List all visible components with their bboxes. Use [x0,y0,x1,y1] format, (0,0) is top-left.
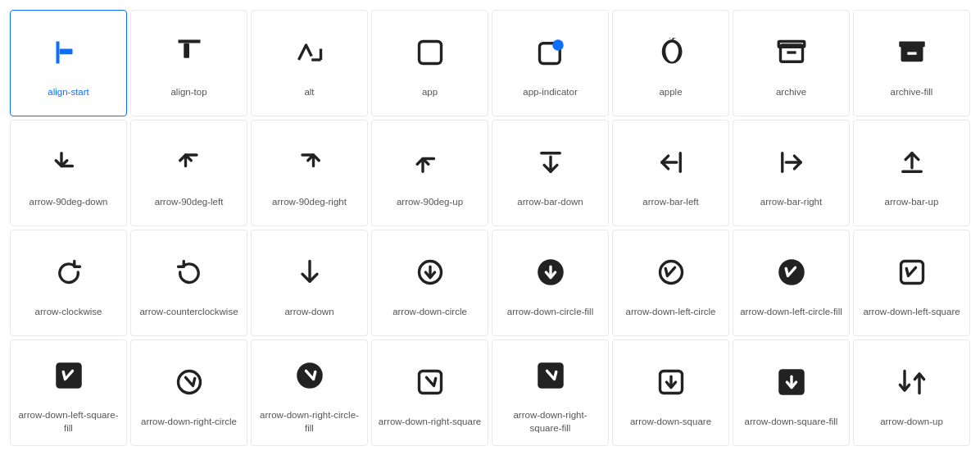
icon-cell-archive-fill[interactable]: archive-fill [853,10,970,116]
icon-label: align-start [48,85,89,98]
icon-label: arrow-down-right-circle-fill [256,408,362,435]
icon-label: arrow-down-right-square-fill [497,408,603,435]
icon-label: arrow-down-right-circle [141,415,237,428]
icon-cell-arrow-down-up[interactable]: arrow-down-up [853,339,970,446]
icon-label: arrow-clockwise [35,305,102,318]
svg-rect-6 [419,41,441,63]
arrow-down-right-circle-icon [165,357,214,407]
icon-cell-arrow-bar-up[interactable]: arrow-bar-up [853,120,970,226]
alt-icon [285,28,334,77]
icon-label: alt [304,85,314,98]
icon-cell-arrow-90deg-up[interactable]: arrow-90deg-up [371,120,488,226]
icon-cell-align-start[interactable]: align-start [10,10,127,116]
icon-label: arrow-down-right-square [379,415,481,428]
icon-cell-arrow-down-right-square-fill[interactable]: arrow-down-right-square-fill [492,339,609,446]
icon-cell-arrow-bar-down[interactable]: arrow-bar-down [492,120,609,226]
svg-rect-3 [184,43,189,58]
icon-label: arrow-bar-right [760,195,822,208]
icon-label: arrow-down [284,305,333,318]
arrow-down-circle-icon [406,248,455,297]
icon-cell-archive[interactable]: archive [733,10,850,116]
icon-label: arrow-bar-up [885,195,939,208]
icon-cell-arrow-down-left-circle[interactable]: arrow-down-left-circle [612,230,729,336]
icon-label: arrow-down-left-circle [626,305,716,318]
icon-grid: align-start align-top alt app [0,0,980,456]
icon-label: arrow-down-circle [392,305,467,318]
arrow-down-left-square-icon [887,248,937,297]
arrow-down-left-square-fill-icon [44,351,93,400]
icon-cell-arrow-down-circle[interactable]: arrow-down-circle [371,230,488,336]
svg-rect-1 [59,48,72,54]
arrow-bar-left-icon [647,138,696,187]
arrow-clockwise-icon [44,248,93,297]
arrow-90deg-right-icon [285,138,334,187]
icon-cell-app-indicator[interactable]: app-indicator [492,10,609,116]
arrow-90deg-left-icon [165,138,214,187]
icon-label: arrow-down-left-square-fill [16,408,121,435]
icon-cell-arrow-down-left-square-fill[interactable]: arrow-down-left-square-fill [10,339,127,446]
icon-cell-arrow-down-right-circle-fill[interactable]: arrow-down-right-circle-fill [251,339,368,446]
icon-label: arrow-bar-left [642,195,698,208]
arrow-90deg-up-icon [406,138,455,187]
icon-label: archive-fill [891,85,933,98]
icon-label: arrow-bar-down [517,195,583,208]
align-start-icon [44,28,93,77]
arrow-down-square-fill-icon [767,357,816,407]
arrow-90deg-down-icon [44,138,93,187]
icon-label: arrow-90deg-up [397,195,463,208]
icon-label: arrow-down-square [630,415,711,428]
arrow-down-square-icon [647,357,696,407]
arrow-down-left-circle-fill-icon [767,248,816,297]
icon-label: arrow-down-up [880,415,943,428]
icon-cell-arrow-down-circle-fill[interactable]: arrow-down-circle-fill [492,230,609,336]
icon-cell-arrow-counterclockwise[interactable]: arrow-counterclockwise [130,230,247,336]
icon-label: archive [776,85,806,98]
archive-icon [767,28,816,77]
icon-label: arrow-down-circle-fill [507,305,593,318]
icon-cell-app[interactable]: app [371,10,488,116]
icon-cell-arrow-down-square-fill[interactable]: arrow-down-square-fill [733,339,850,446]
arrow-down-circle-fill-icon [526,248,575,297]
arrow-down-left-circle-icon [647,248,696,297]
icon-cell-arrow-90deg-down[interactable]: arrow-90deg-down [10,120,127,226]
icon-cell-arrow-bar-left[interactable]: arrow-bar-left [612,120,729,226]
align-top-icon [165,28,214,77]
icon-label: arrow-down-left-square [863,305,960,318]
icon-cell-arrow-bar-right[interactable]: arrow-bar-right [733,120,850,226]
icon-cell-alt[interactable]: alt [251,10,368,116]
icon-cell-arrow-clockwise[interactable]: arrow-clockwise [10,230,127,336]
icon-label: arrow-counterclockwise [139,305,238,318]
app-icon [406,28,455,77]
icon-label: app [422,85,438,98]
icon-label: arrow-90deg-right [272,195,347,208]
icon-cell-apple[interactable]: apple [612,10,729,116]
icon-cell-arrow-down-left-square[interactable]: arrow-down-left-square [853,230,970,336]
icon-label: arrow-90deg-down [29,195,108,208]
icon-cell-align-top[interactable]: align-top [130,10,247,116]
icon-cell-arrow-down-right-square[interactable]: arrow-down-right-square [371,339,488,446]
svg-point-8 [552,39,564,51]
archive-fill-icon [887,28,937,77]
arrow-bar-right-icon [767,138,816,187]
icon-cell-arrow-down[interactable]: arrow-down [251,230,368,336]
icon-cell-arrow-90deg-right[interactable]: arrow-90deg-right [251,120,368,226]
arrow-down-icon [285,248,334,297]
icon-label: arrow-90deg-left [155,195,224,208]
icon-label: apple [659,85,682,98]
icon-cell-arrow-down-right-circle[interactable]: arrow-down-right-circle [130,339,247,446]
arrow-bar-down-icon [526,138,575,187]
arrow-down-right-square-fill-icon [526,351,575,400]
icon-label: arrow-down-square-fill [745,415,838,428]
svg-rect-13 [899,41,925,47]
icon-label: arrow-down-left-circle-fill [740,305,842,318]
app-indicator-icon [526,28,575,77]
icon-cell-arrow-down-left-circle-fill[interactable]: arrow-down-left-circle-fill [733,230,850,336]
icon-cell-arrow-down-square[interactable]: arrow-down-square [612,339,729,446]
icon-label: app-indicator [523,85,577,98]
apple-icon [647,28,696,77]
icon-label: align-top [170,85,206,98]
arrow-bar-up-icon [887,138,937,187]
arrow-down-right-circle-fill-icon [285,351,334,400]
arrow-down-up-icon [887,357,937,407]
icon-cell-arrow-90deg-left[interactable]: arrow-90deg-left [130,120,247,226]
